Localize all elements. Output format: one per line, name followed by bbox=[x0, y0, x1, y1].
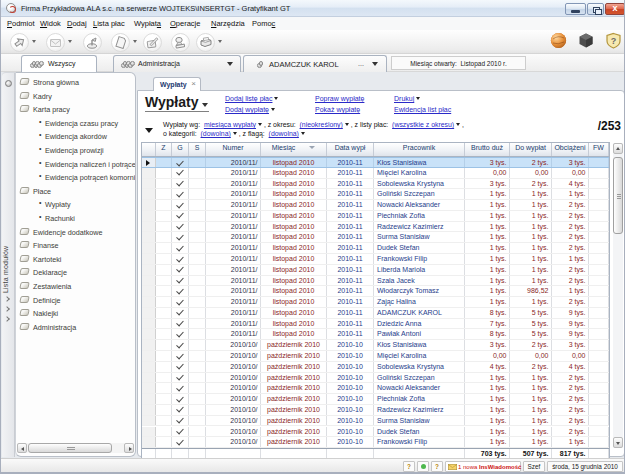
svg-text:?: ? bbox=[611, 36, 617, 46]
